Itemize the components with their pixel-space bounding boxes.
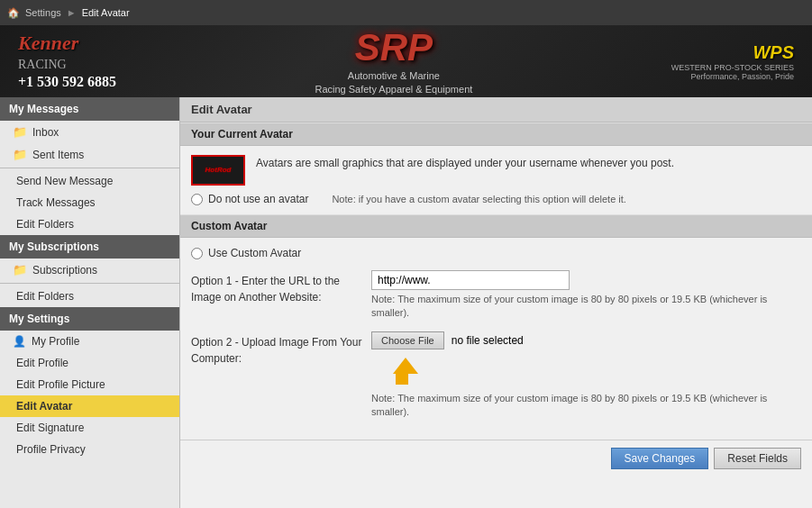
folder-icon: 📁 (13, 148, 27, 161)
sidebar-item-edit-profile[interactable]: Edit Profile (0, 352, 179, 374)
reset-button[interactable]: Reset Fields (714, 448, 801, 469)
custom-avatar-body: Use Custom Avatar Option 1 - Enter the U… (180, 238, 812, 440)
use-custom-label: Use Custom Avatar (208, 247, 301, 259)
sidebar-item-edit-avatar[interactable]: Edit Avatar (0, 395, 179, 417)
url-input[interactable] (371, 270, 570, 290)
current-avatar-section-title: Your Current Avatar (180, 122, 812, 146)
edit-avatar-label: Edit Avatar (16, 400, 72, 413)
arrow-up-triangle (393, 358, 418, 374)
content-area: Edit Avatar Your Current Avatar HotRod A… (180, 97, 812, 508)
option2-content: Choose File no file selected Note: The m… (371, 331, 801, 420)
sidebar-item-track[interactable]: Track Messages (0, 192, 179, 213)
sidebar-item-my-profile[interactable]: 👤 My Profile (0, 331, 179, 352)
sidebar-item-send-new[interactable]: Send New Message (0, 170, 179, 192)
my-messages-header: My Messages (0, 97, 179, 121)
profile-icon: 👤 (13, 335, 26, 348)
arrow-stem (396, 374, 408, 385)
option2-row: Option 2 - Upload Image From Your Comput… (191, 331, 801, 420)
use-custom-row: Use Custom Avatar (191, 247, 801, 259)
right-sub2: Performance, Passion, Pride (671, 72, 794, 81)
banner-right: WPS WESTERN PRO-STOCK SERIES Performance… (671, 42, 794, 81)
banner: Kenner RACING +1 530 592 6885 SRP Automo… (0, 25, 812, 97)
file-upload-row: Choose File no file selected (371, 331, 801, 349)
breadcrumb-separator: ► (67, 7, 77, 18)
current-avatar-body: HotRod Avatars are small graphics that a… (180, 146, 812, 214)
do-not-use-radio[interactable] (191, 194, 203, 205)
divider (0, 283, 179, 284)
right-logo: WPS (671, 42, 794, 63)
my-subscriptions-header: My Subscriptions (0, 235, 179, 259)
my-profile-label: My Profile (32, 335, 79, 348)
content-header: Edit Avatar (180, 97, 812, 122)
option1-content: Note: The maximum size of your custom im… (371, 270, 801, 321)
do-not-use-label: Do not use an avatar (208, 193, 308, 205)
avatar-note: Note: if you have a custom avatar select… (332, 194, 626, 204)
sidebar: My Messages 📁 Inbox 📁 Sent Items Send Ne… (0, 97, 180, 508)
arrow-container (389, 353, 801, 389)
sidebar-item-subscriptions[interactable]: 📁 Subscriptions (0, 259, 179, 281)
sidebar-item-edit-signature[interactable]: Edit Signature (0, 417, 179, 439)
custom-avatar-section-title: Custom Avatar (180, 214, 812, 238)
divider (0, 168, 179, 168)
content-footer: Save Changes Reset Fields (180, 440, 812, 476)
brand-sub: RACING (18, 57, 116, 73)
phone-number: +1 530 592 6885 (18, 73, 116, 92)
sidebar-item-profile-privacy[interactable]: Profile Privacy (0, 439, 179, 460)
folder-icon: 📁 (13, 263, 27, 277)
option1-label: Option 1 - Enter the URL to the Image on… (191, 270, 362, 305)
center-logo: SRP (315, 26, 472, 69)
use-custom-radio[interactable] (191, 248, 203, 259)
subscriptions-label: Subscriptions (32, 264, 97, 277)
banner-center: SRP Automotive & Marine Racing Safety Ap… (315, 26, 472, 97)
option1-row: Option 1 - Enter the URL to the Image on… (191, 270, 801, 321)
avatar-description: Avatars are small graphics that are disp… (256, 155, 674, 172)
current-page-label: Edit Avatar (82, 7, 130, 18)
option2-label: Option 2 - Upload Image From Your Comput… (191, 331, 362, 367)
sidebar-item-edit-folders-sub[interactable]: Edit Folders (0, 286, 179, 307)
tagline: Automotive & Marine Racing Safety Appare… (315, 69, 472, 97)
breadcrumb: 🏠 Settings ► Edit Avatar (0, 0, 812, 25)
inbox-label: Inbox (32, 126, 59, 139)
option2-note: Note: The maximum size of your custom im… (371, 392, 801, 420)
do-not-use-row: Do not use an avatar Note: if you have a… (191, 193, 801, 205)
home-icon: 🏠 (7, 7, 20, 19)
sidebar-item-edit-folders-msg[interactable]: Edit Folders (0, 213, 179, 235)
settings-link[interactable]: Settings (25, 7, 61, 18)
no-file-text: no file selected (452, 334, 524, 347)
my-settings-header: My Settings (0, 307, 179, 331)
sidebar-item-inbox[interactable]: 📁 Inbox (0, 121, 179, 143)
choose-file-button[interactable]: Choose File (371, 331, 444, 349)
avatar-preview-image: HotRod (191, 155, 245, 186)
sidebar-item-edit-profile-picture[interactable]: Edit Profile Picture (0, 374, 179, 395)
avatar-preview-text: HotRod (205, 166, 232, 175)
sent-label: Sent Items (32, 149, 84, 161)
save-button[interactable]: Save Changes (611, 448, 709, 469)
option1-note: Note: The maximum size of your custom im… (371, 293, 801, 321)
folder-icon: 📁 (13, 125, 27, 139)
brand-name: Kenner (18, 31, 116, 57)
banner-logo-left: Kenner RACING +1 530 592 6885 (18, 31, 116, 92)
right-sub1: WESTERN PRO-STOCK SERIES (671, 63, 794, 72)
sidebar-item-sent[interactable]: 📁 Sent Items (0, 143, 179, 166)
